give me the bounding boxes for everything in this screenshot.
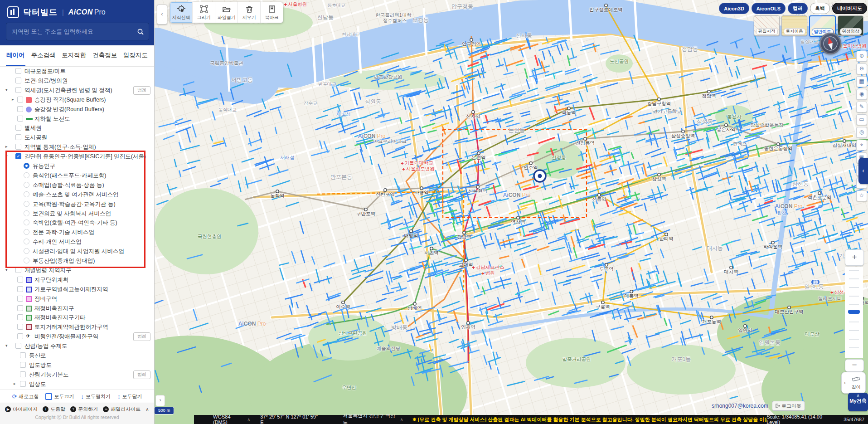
tab-building-info[interactable]: 건축정보 <box>92 45 117 66</box>
checkbox-unchecked[interactable] <box>20 381 26 387</box>
region-caret-icon[interactable]: ∧ <box>400 417 403 422</box>
map-canvas[interactable] <box>154 0 868 424</box>
footer-collapse-icon[interactable]: ∧ <box>145 407 149 412</box>
checkbox-unchecked[interactable] <box>17 314 23 320</box>
tab-address-search[interactable]: 주소검색 <box>30 45 56 66</box>
map-tool-zoom-in[interactable]: ⊕ <box>856 51 867 62</box>
right-panel-collapse-tab[interactable]: ‹ <box>858 158 868 184</box>
checkbox-unchecked[interactable] <box>17 277 23 283</box>
zoom-out-button[interactable]: − <box>845 359 864 372</box>
legend-button[interactable]: 범례 <box>133 370 150 379</box>
layer-tree-row[interactable]: 보건의료 및 사회복지 서비스업 <box>0 209 154 219</box>
checkbox-unchecked[interactable] <box>17 286 23 292</box>
layer-tree-row[interactable]: 지하철 노선도 <box>0 114 154 124</box>
layer-tree-row[interactable]: 예술·스포츠 및 여가관련 서비스업 <box>0 190 154 200</box>
layer-tree-row[interactable]: 정비구역 <box>0 294 154 304</box>
button-네이버지도[interactable]: 네이버지도 <box>832 3 867 14</box>
layer-tree-row[interactable]: ▾역세권(도시건축관련 법령 및 정책)범례 <box>0 86 154 95</box>
map-tool-target[interactable]: ⌖ <box>856 140 867 151</box>
checkbox-button[interactable]: 모두끄기 <box>45 393 74 400</box>
checkbox-unchecked[interactable] <box>20 371 26 377</box>
layer-tree-row[interactable]: ▸지역별 통계(인구·소득·업체) <box>0 142 154 152</box>
chevron-right-icon[interactable]: ▸ <box>12 97 14 102</box>
checkbox-unchecked[interactable] <box>17 116 23 122</box>
button-흑백[interactable]: 흑백 <box>810 3 830 14</box>
chevron-down-icon[interactable]: ▾ <box>5 268 8 272</box>
radio-unselected[interactable] <box>24 182 29 188</box>
layer-tree-row[interactable]: 임도망도 <box>0 361 154 370</box>
layer-tree-row[interactable]: ▾개별법령 지역지구 <box>0 266 154 275</box>
checkbox-unchecked[interactable] <box>15 267 21 273</box>
footer-link-link[interactable]: ∞패밀리사이트 <box>103 406 141 413</box>
radio-unselected[interactable] <box>24 258 29 263</box>
layer-tree-row[interactable]: 지구단위계획 <box>0 275 154 285</box>
collapse-all-button[interactable]: ↨모두닫기 <box>117 393 142 400</box>
refresh-button[interactable]: ⟳새로고침 <box>12 393 39 400</box>
layer-tree-row[interactable]: 음식업(패스트푸드·카페포함) <box>0 171 154 180</box>
checkbox-unchecked[interactable] <box>20 362 26 368</box>
button-컬러[interactable]: 컬러 <box>788 3 808 14</box>
checkbox-unchecked[interactable] <box>15 68 21 74</box>
layer-tree-row[interactable]: 수리·개인 서비스업 <box>0 237 154 247</box>
datum-selector[interactable]: WGS84 (DMS) <box>213 414 245 424</box>
logout-button[interactable]: 로그아웃 <box>772 401 805 411</box>
map-toolbar-parcel-select[interactable]: 지적선택 <box>170 2 193 23</box>
layer-tree-row[interactable]: 승강장 반경(Round Buffers) <box>0 105 154 114</box>
radio-unselected[interactable] <box>24 210 29 216</box>
layer-tree-row[interactable]: 가로구역별최고높이제한지역 <box>0 285 154 294</box>
bottom-expand-button[interactable]: › <box>155 395 165 406</box>
compass[interactable] <box>820 33 841 54</box>
checkbox-unchecked[interactable] <box>15 343 21 349</box>
checkbox-unchecked[interactable] <box>17 106 23 112</box>
search-input[interactable]: 지역명 또는 주소를 입력하세요 <box>6 23 149 40</box>
tab-land-fit[interactable]: 토지적합 <box>61 45 87 66</box>
layer-tree-row[interactable]: ▾✓길단위 유동인구·업종별[KSIC기준] 밀집도(서울) <box>0 152 154 161</box>
layer-tree-row[interactable]: 보건·의료/병의원 <box>0 76 154 86</box>
layer-tree-row[interactable]: 토지거래계약에관한허가구역 <box>0 322 154 332</box>
my-build-button[interactable]: ∧ My건축 <box>848 393 868 411</box>
layer-tree-row[interactable]: 재정비촉진지구 <box>0 304 154 313</box>
layer-tree-row[interactable]: 재정비촉진지구기타 <box>0 313 154 322</box>
zoom-slider-handle[interactable] <box>848 310 860 314</box>
map-toolbar-bookmark[interactable]: 북마크 <box>261 2 283 23</box>
radio-unselected[interactable] <box>24 248 29 254</box>
checkbox-checked[interactable]: ✓ <box>15 153 21 159</box>
footer-link-info[interactable]: i도움말 <box>43 406 65 413</box>
checkbox-unchecked[interactable] <box>20 352 26 358</box>
radio-unselected[interactable] <box>24 172 29 178</box>
checkbox-unchecked[interactable] <box>15 78 21 83</box>
checkbox-unchecked[interactable] <box>17 305 23 311</box>
chevron-right-icon[interactable]: ▸ <box>5 144 8 149</box>
layer-tree-row[interactable]: ▸승강장 직각(Square Buffers) <box>0 95 154 105</box>
zoom-in-button[interactable]: + <box>845 249 864 266</box>
checkbox-unchecked[interactable] <box>15 134 21 140</box>
layer-tree-row[interactable]: ▾산림/농업 주제도 <box>0 341 154 351</box>
layer-tree-row[interactable]: ▸임상도 <box>0 380 154 389</box>
layer-tree-row[interactable]: ✈비행안전/장애물제한구역범례 <box>0 332 154 341</box>
radio-unselected[interactable] <box>24 201 29 207</box>
map-tool-rect-select[interactable]: ▭ <box>856 114 867 125</box>
layer-tree-row[interactable]: 별세권 <box>0 123 154 133</box>
map-toolbar-open-file[interactable]: 파일열기 <box>215 2 238 23</box>
footer-link-question[interactable]: ?문의하기 <box>70 406 98 413</box>
checkbox-unchecked[interactable] <box>17 97 23 102</box>
map-tool-draw[interactable]: ✎ <box>856 102 867 112</box>
current-region[interactable]: 서울특별시 강남구 역삼동 <box>343 413 398 424</box>
map-toolbar-draw-polygon[interactable]: 그리기 <box>193 2 215 23</box>
chevron-down-icon[interactable]: ▾ <box>5 343 8 348</box>
checkbox-unchecked[interactable] <box>17 296 23 302</box>
base-layer-1[interactable]: 토지이음 <box>781 15 807 36</box>
checkbox-unchecked[interactable] <box>15 144 21 150</box>
tab-field-map[interactable]: 임장지도 <box>123 45 148 66</box>
radio-unselected[interactable] <box>24 191 29 197</box>
map-toolbar-erase-trash[interactable]: 지우기 <box>238 2 261 23</box>
footer-link-play[interactable]: ▶마이페이지 <box>5 406 38 413</box>
layer-tree-row[interactable]: 전문 과학·기술 서비스업 <box>0 228 154 237</box>
chevron-down-icon[interactable]: ▾ <box>5 154 8 158</box>
layer-tree-row[interactable]: 등산로 <box>0 351 154 361</box>
layer-tree-row[interactable]: 소매업(종합·식료품·상품 등) <box>0 180 154 190</box>
map-tool-radius[interactable]: ◎ <box>856 127 867 138</box>
layer-tree-row[interactable]: 숙박업(호텔·여관·여인숙·기타 등) <box>0 218 154 228</box>
radio-unselected[interactable] <box>24 229 29 235</box>
sidebar-collapse-button[interactable]: ‹ <box>157 5 167 24</box>
